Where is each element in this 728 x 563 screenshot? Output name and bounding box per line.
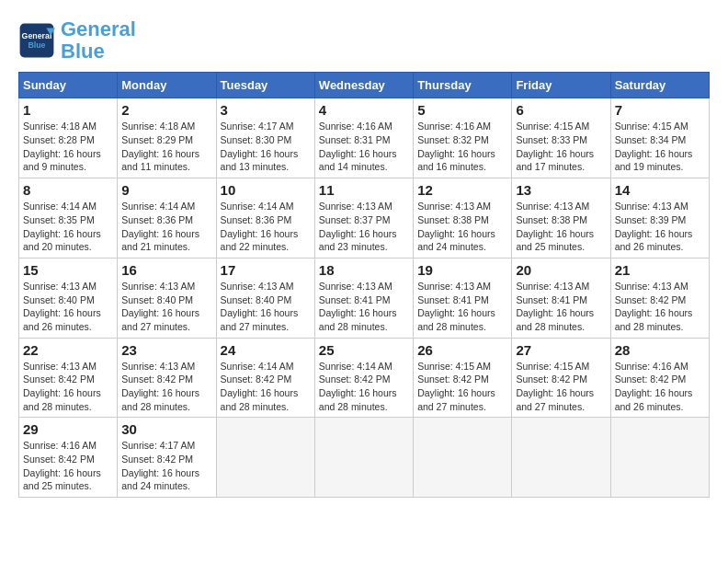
day-number: 12 [417, 182, 507, 198]
calendar-cell [216, 418, 314, 498]
day-info: Sunrise: 4:13 AMSunset: 8:42 PMDaylight:… [23, 360, 113, 414]
day-number: 2 [121, 102, 211, 118]
day-header-friday: Friday [512, 73, 610, 98]
calendar-week-row: 29Sunrise: 4:16 AMSunset: 8:42 PMDayligh… [19, 418, 710, 498]
day-header-monday: Monday [118, 73, 216, 98]
day-number: 15 [23, 262, 113, 278]
day-info: Sunrise: 4:13 AMSunset: 8:38 PMDaylight:… [516, 200, 606, 254]
day-info: Sunrise: 4:15 AMSunset: 8:34 PMDaylight:… [615, 120, 705, 174]
calendar-week-row: 15Sunrise: 4:13 AMSunset: 8:40 PMDayligh… [19, 258, 710, 338]
day-info: Sunrise: 4:14 AMSunset: 8:36 PMDaylight:… [221, 200, 311, 254]
day-info: Sunrise: 4:14 AMSunset: 8:35 PMDaylight:… [23, 200, 113, 254]
calendar-body: 1Sunrise: 4:18 AMSunset: 8:28 PMDaylight… [19, 98, 710, 498]
day-info: Sunrise: 4:15 AMSunset: 8:42 PMDaylight:… [516, 360, 606, 414]
calendar-cell: 19Sunrise: 4:13 AMSunset: 8:41 PMDayligh… [414, 258, 512, 338]
calendar-cell [512, 418, 610, 498]
day-info: Sunrise: 4:13 AMSunset: 8:41 PMDaylight:… [417, 280, 507, 334]
day-header-wednesday: Wednesday [314, 73, 413, 98]
day-number: 16 [121, 262, 211, 278]
day-info: Sunrise: 4:13 AMSunset: 8:40 PMDaylight:… [221, 280, 311, 334]
day-info: Sunrise: 4:16 AMSunset: 8:31 PMDaylight:… [319, 120, 409, 174]
page-header: General Blue GeneralBlue [18, 18, 710, 63]
day-number: 24 [221, 342, 311, 358]
svg-text:Blue: Blue [28, 40, 45, 50]
day-info: Sunrise: 4:13 AMSunset: 8:38 PMDaylight:… [417, 200, 507, 254]
calendar-cell: 22Sunrise: 4:13 AMSunset: 8:42 PMDayligh… [19, 338, 118, 418]
day-number: 13 [516, 182, 606, 198]
day-number: 18 [319, 262, 409, 278]
calendar-cell: 12Sunrise: 4:13 AMSunset: 8:38 PMDayligh… [414, 178, 512, 259]
calendar-cell [610, 418, 709, 498]
day-number: 10 [221, 182, 311, 198]
calendar-cell: 7Sunrise: 4:15 AMSunset: 8:34 PMDaylight… [610, 98, 709, 178]
calendar-cell: 30Sunrise: 4:17 AMSunset: 8:42 PMDayligh… [118, 418, 216, 498]
calendar-cell: 17Sunrise: 4:13 AMSunset: 8:40 PMDayligh… [216, 258, 314, 338]
day-number: 9 [121, 182, 211, 198]
day-info: Sunrise: 4:13 AMSunset: 8:39 PMDaylight:… [615, 200, 705, 254]
day-info: Sunrise: 4:16 AMSunset: 8:42 PMDaylight:… [23, 439, 113, 493]
calendar-cell: 4Sunrise: 4:16 AMSunset: 8:31 PMDaylight… [314, 98, 413, 178]
day-info: Sunrise: 4:13 AMSunset: 8:42 PMDaylight:… [615, 280, 705, 334]
day-number: 27 [516, 342, 606, 358]
calendar-cell: 20Sunrise: 4:13 AMSunset: 8:41 PMDayligh… [512, 258, 610, 338]
day-info: Sunrise: 4:14 AMSunset: 8:36 PMDaylight:… [121, 200, 211, 254]
day-number: 1 [23, 102, 113, 118]
calendar-week-row: 1Sunrise: 4:18 AMSunset: 8:28 PMDaylight… [19, 98, 710, 178]
logo: General Blue GeneralBlue [18, 18, 136, 63]
calendar-week-row: 22Sunrise: 4:13 AMSunset: 8:42 PMDayligh… [19, 338, 710, 418]
day-number: 6 [516, 102, 606, 118]
calendar-cell: 25Sunrise: 4:14 AMSunset: 8:42 PMDayligh… [314, 338, 413, 418]
calendar-cell: 2Sunrise: 4:18 AMSunset: 8:29 PMDaylight… [118, 98, 216, 178]
day-number: 11 [319, 182, 409, 198]
calendar-week-row: 8Sunrise: 4:14 AMSunset: 8:35 PMDaylight… [19, 178, 710, 259]
calendar-cell: 28Sunrise: 4:16 AMSunset: 8:42 PMDayligh… [610, 338, 709, 418]
day-info: Sunrise: 4:17 AMSunset: 8:30 PMDaylight:… [221, 120, 311, 174]
day-info: Sunrise: 4:13 AMSunset: 8:40 PMDaylight:… [121, 280, 211, 334]
day-info: Sunrise: 4:16 AMSunset: 8:42 PMDaylight:… [615, 360, 705, 414]
day-info: Sunrise: 4:15 AMSunset: 8:42 PMDaylight:… [417, 360, 507, 414]
day-number: 3 [221, 102, 311, 118]
day-info: Sunrise: 4:13 AMSunset: 8:42 PMDaylight:… [121, 360, 211, 414]
calendar-cell: 18Sunrise: 4:13 AMSunset: 8:41 PMDayligh… [314, 258, 413, 338]
day-info: Sunrise: 4:15 AMSunset: 8:33 PMDaylight:… [516, 120, 606, 174]
day-header-sunday: Sunday [19, 73, 118, 98]
day-header-tuesday: Tuesday [216, 73, 314, 98]
day-number: 26 [417, 342, 507, 358]
calendar-cell: 10Sunrise: 4:14 AMSunset: 8:36 PMDayligh… [216, 178, 314, 259]
day-number: 23 [121, 342, 211, 358]
logo-text: GeneralBlue [61, 18, 136, 63]
day-number: 20 [516, 262, 606, 278]
day-number: 21 [615, 262, 705, 278]
calendar-cell: 29Sunrise: 4:16 AMSunset: 8:42 PMDayligh… [19, 418, 118, 498]
calendar-cell: 3Sunrise: 4:17 AMSunset: 8:30 PMDaylight… [216, 98, 314, 178]
logo-icon: General Blue [18, 22, 55, 59]
day-number: 8 [23, 182, 113, 198]
calendar-cell: 1Sunrise: 4:18 AMSunset: 8:28 PMDaylight… [19, 98, 118, 178]
calendar-cell: 14Sunrise: 4:13 AMSunset: 8:39 PMDayligh… [610, 178, 709, 259]
calendar-cell [414, 418, 512, 498]
calendar-cell: 16Sunrise: 4:13 AMSunset: 8:40 PMDayligh… [118, 258, 216, 338]
day-number: 30 [121, 421, 211, 437]
day-info: Sunrise: 4:16 AMSunset: 8:32 PMDaylight:… [417, 120, 507, 174]
svg-text:General: General [22, 31, 52, 40]
calendar-cell: 15Sunrise: 4:13 AMSunset: 8:40 PMDayligh… [19, 258, 118, 338]
day-number: 7 [615, 102, 705, 118]
calendar-cell: 27Sunrise: 4:15 AMSunset: 8:42 PMDayligh… [512, 338, 610, 418]
day-info: Sunrise: 4:18 AMSunset: 8:28 PMDaylight:… [23, 120, 113, 174]
day-number: 22 [23, 342, 113, 358]
calendar-table: SundayMondayTuesdayWednesdayThursdayFrid… [18, 72, 710, 498]
day-number: 14 [615, 182, 705, 198]
day-header-saturday: Saturday [610, 73, 709, 98]
calendar-cell: 6Sunrise: 4:15 AMSunset: 8:33 PMDaylight… [512, 98, 610, 178]
day-number: 5 [417, 102, 507, 118]
calendar-header-row: SundayMondayTuesdayWednesdayThursdayFrid… [19, 73, 710, 98]
day-number: 19 [417, 262, 507, 278]
day-info: Sunrise: 4:13 AMSunset: 8:41 PMDaylight:… [319, 280, 409, 334]
day-header-thursday: Thursday [414, 73, 512, 98]
day-number: 25 [319, 342, 409, 358]
day-info: Sunrise: 4:13 AMSunset: 8:40 PMDaylight:… [23, 280, 113, 334]
day-number: 4 [319, 102, 409, 118]
day-info: Sunrise: 4:17 AMSunset: 8:42 PMDaylight:… [121, 439, 211, 493]
day-info: Sunrise: 4:13 AMSunset: 8:41 PMDaylight:… [516, 280, 606, 334]
calendar-cell: 11Sunrise: 4:13 AMSunset: 8:37 PMDayligh… [314, 178, 413, 259]
